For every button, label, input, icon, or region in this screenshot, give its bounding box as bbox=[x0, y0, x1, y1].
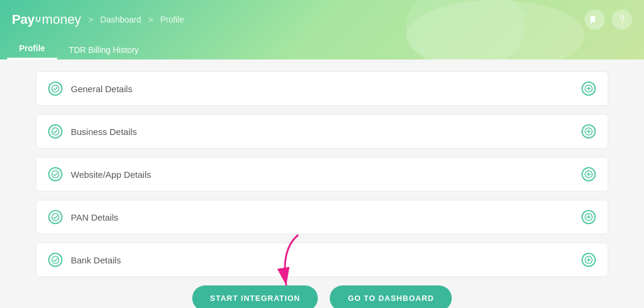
breadcrumb-sep-1: > bbox=[88, 15, 93, 24]
expand-bank-icon[interactable] bbox=[582, 253, 596, 267]
logo: Pay U money bbox=[12, 12, 81, 27]
checkmark-website bbox=[51, 170, 60, 178]
svg-point-17 bbox=[52, 256, 59, 263]
accordion-website-label: Website/App Details bbox=[71, 169, 151, 180]
breadcrumb-sep-2: > bbox=[148, 15, 153, 24]
checkmark-bank bbox=[51, 256, 60, 264]
accordion-general-left: General Details bbox=[48, 81, 132, 96]
header: Pay U money > Dashboard > Profile ? Prof… bbox=[0, 0, 644, 59]
go-to-dashboard-button[interactable]: GO TO DASHBOARD bbox=[330, 285, 452, 308]
svg-point-9 bbox=[52, 171, 59, 178]
flag-icon bbox=[590, 15, 599, 24]
accordion-pan-label: PAN Details bbox=[71, 212, 118, 222]
main-content: General Details Business Details bbox=[0, 59, 644, 308]
checkmark-business bbox=[51, 127, 60, 136]
accordion-business-label: Business Details bbox=[71, 127, 137, 137]
plus-general bbox=[584, 84, 593, 93]
accordion-website[interactable]: Website/App Details bbox=[36, 157, 608, 191]
start-integration-button[interactable]: START INTEGRATION bbox=[192, 285, 318, 308]
accordion-pan-left: PAN Details bbox=[48, 210, 118, 224]
expand-business-icon[interactable] bbox=[582, 124, 596, 139]
header-top: Pay U money > Dashboard > Profile ? bbox=[0, 0, 644, 33]
breadcrumb-profile: Profile bbox=[160, 15, 184, 24]
accordion-general[interactable]: General Details bbox=[36, 71, 608, 106]
plus-bank bbox=[584, 256, 593, 264]
check-icon-pan bbox=[48, 210, 62, 224]
accordion-business-left: Business Details bbox=[48, 124, 137, 139]
help-icon-button[interactable]: ? bbox=[612, 10, 632, 30]
logo-u-super: U bbox=[36, 15, 41, 24]
breadcrumb-dashboard[interactable]: Dashboard bbox=[101, 15, 142, 24]
expand-general-icon[interactable] bbox=[582, 81, 596, 96]
logo-money-text: money bbox=[42, 12, 81, 27]
header-icons: ? bbox=[584, 10, 632, 30]
accordion-pan[interactable]: PAN Details bbox=[36, 200, 608, 234]
tab-profile[interactable]: Profile bbox=[7, 39, 57, 59]
checkmark-general bbox=[51, 84, 60, 93]
svg-point-5 bbox=[52, 128, 59, 135]
expand-website-icon[interactable] bbox=[582, 167, 596, 181]
check-icon-business bbox=[48, 124, 62, 139]
logo-payu-text: Pay bbox=[12, 12, 35, 27]
check-icon-bank bbox=[48, 253, 62, 267]
plus-business bbox=[584, 127, 593, 136]
check-icon-website bbox=[48, 167, 62, 181]
plus-website bbox=[584, 170, 593, 178]
help-icon: ? bbox=[620, 14, 625, 25]
expand-pan-icon[interactable] bbox=[582, 210, 596, 224]
accordion-bank[interactable]: Bank Details bbox=[36, 243, 608, 277]
accordion-bank-label: Bank Details bbox=[71, 255, 121, 265]
accordion-bank-left: Bank Details bbox=[48, 253, 121, 267]
accordion-general-label: General Details bbox=[71, 84, 132, 94]
logo-breadcrumb: Pay U money > Dashboard > Profile bbox=[12, 12, 184, 27]
check-icon-general bbox=[48, 81, 62, 96]
button-area: START INTEGRATION GO TO DASHBOARD bbox=[36, 285, 608, 308]
svg-point-1 bbox=[52, 85, 59, 92]
accordion-website-left: Website/App Details bbox=[48, 167, 151, 181]
svg-point-13 bbox=[52, 213, 59, 221]
plus-pan bbox=[584, 213, 593, 221]
tabs: Profile TDR Billing History bbox=[0, 33, 644, 59]
accordion-business[interactable]: Business Details bbox=[36, 114, 608, 149]
checkmark-pan bbox=[51, 213, 60, 221]
notification-icon-button[interactable] bbox=[584, 10, 605, 30]
tab-tdr-billing[interactable]: TDR Billing History bbox=[57, 40, 151, 59]
